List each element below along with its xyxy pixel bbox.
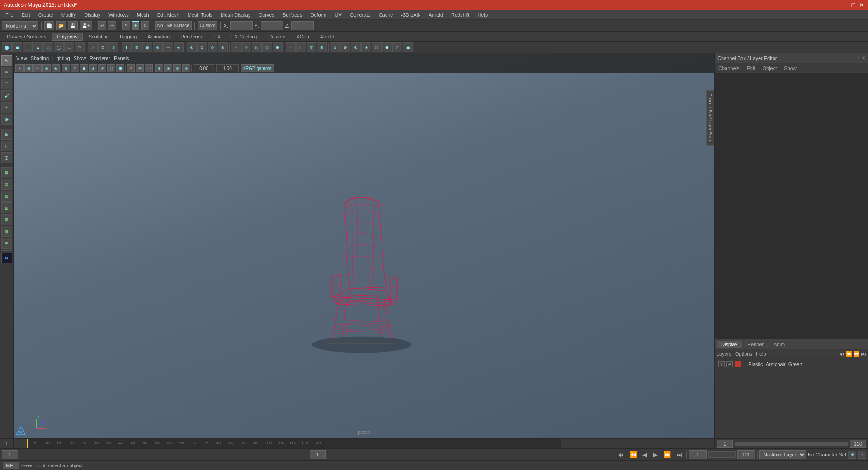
cb-expand-btn[interactable]: + [857, 56, 860, 61]
maximize-btn[interactable]: □ [852, 1, 855, 9]
timeline-mini-bar[interactable] [735, 442, 848, 446]
uv7-icon[interactable]: ◻ [392, 42, 402, 52]
smooth-icon[interactable]: ≈ [231, 42, 241, 52]
cone-icon[interactable]: ▲ [33, 42, 43, 52]
cut-tool-btn[interactable]: ✂ [1, 102, 12, 113]
vp-solid-icon[interactable]: ◼ [80, 64, 88, 72]
layout-1[interactable]: ▦ [1, 167, 12, 178]
save-btn[interactable]: 💾 [68, 21, 78, 30]
timeline-cursor[interactable] [27, 439, 28, 448]
menu-generate[interactable]: Generate [346, 11, 374, 19]
float-value-2[interactable] [216, 64, 239, 72]
view-tool-2[interactable]: ⊟ [1, 141, 12, 151]
z-input[interactable] [291, 21, 314, 30]
pb-step-back[interactable]: ⏪ [627, 450, 639, 459]
tab-sculpting[interactable]: Sculpting [84, 33, 114, 41]
cylinder-icon[interactable]: ⬛ [23, 42, 33, 52]
vertical-tab[interactable]: Channel Box / Layer Editor [706, 90, 714, 146]
menu-mesh[interactable]: Mesh [133, 11, 153, 19]
anim-layer-dropdown[interactable]: No Anim Layer [760, 450, 806, 459]
vp-renderer-menu[interactable]: Renderer [90, 56, 110, 61]
vp-icon-b[interactable]: ◎ [136, 64, 144, 72]
vp-panels-menu[interactable]: Panels [114, 56, 129, 61]
menu-edit[interactable]: Edit [18, 11, 34, 19]
pb-skip-end[interactable]: ⏭ [675, 450, 684, 459]
redo-btn[interactable]: ↪ [108, 21, 116, 30]
menu-mesh-display[interactable]: Mesh Display [217, 11, 254, 19]
uv4-icon[interactable]: ◈ [361, 42, 371, 52]
torus-icon[interactable]: ◯ [54, 42, 64, 52]
menu-modify[interactable]: Modify [58, 11, 80, 19]
vp-smooth-icon[interactable]: ◈ [89, 64, 97, 72]
tab-polygons[interactable]: Polygons [52, 33, 82, 41]
rotate-btn[interactable]: ↻ [141, 21, 149, 30]
timeline-range-end[interactable] [850, 440, 866, 448]
vp-icon-d[interactable]: ⊕ [155, 64, 163, 72]
separate-icon[interactable]: ⊘ [197, 42, 207, 52]
menu-deform[interactable]: Deform [307, 11, 330, 19]
menu-cache[interactable]: Cache [375, 11, 397, 19]
tab-fx[interactable]: FX [209, 33, 226, 41]
cube-icon[interactable]: ◼ [12, 42, 22, 52]
timeline-ruler[interactable]: 5 10 15 20 25 30 35 40 45 50 55 60 65 70… [27, 439, 561, 448]
new-scene-btn[interactable]: 📄 [44, 21, 54, 30]
bevel-icon[interactable]: ◈ [174, 42, 184, 52]
tab-animation[interactable]: Animation [142, 33, 175, 41]
vp-icon-f[interactable]: ⊘ [173, 64, 181, 72]
disc-icon[interactable]: ⬭ [75, 42, 85, 52]
cb-close-btn[interactable]: ✕ [862, 56, 865, 61]
d-tab-render[interactable]: Render [743, 341, 768, 348]
x-input[interactable] [230, 21, 253, 30]
uv8-icon[interactable]: ◼ [403, 42, 413, 52]
dp-btn-3[interactable]: ⏩ [853, 351, 860, 357]
sphere-icon[interactable]: ⬤ [2, 42, 12, 52]
extrude-icon[interactable]: ⬆ [122, 42, 132, 52]
plane-icon[interactable]: ▭ [64, 42, 74, 52]
menu-windows[interactable]: Windows [105, 11, 132, 19]
uv-icon[interactable]: U [330, 42, 340, 52]
duplicate-icon[interactable]: ⊢ [296, 42, 306, 52]
custom-btn[interactable]: Custom [198, 21, 217, 30]
pb-end-range[interactable] [737, 450, 755, 459]
d-tab-display[interactable]: Display [717, 341, 742, 348]
vp-view-menu[interactable]: View [16, 56, 27, 61]
lasso-tool-btn[interactable]: ⌒ [1, 79, 12, 89]
vp-grid-icon[interactable]: ⊞ [62, 64, 70, 72]
menu-file[interactable]: File [2, 11, 17, 19]
viewport[interactable]: View Shading Lighting Show Renderer Pane… [14, 53, 714, 438]
vp-show-menu[interactable]: Show [74, 56, 86, 61]
cut-icon[interactable]: ✂ [163, 42, 173, 52]
layout-6[interactable]: ▩ [1, 226, 12, 237]
vp-icon-4[interactable]: ◉ [42, 64, 51, 72]
vp-tex-icon[interactable]: ⬡ [107, 64, 115, 72]
minimize-btn[interactable]: ─ [844, 1, 848, 9]
tab-rendering[interactable]: Rendering [175, 33, 208, 41]
pb-range-bar[interactable] [708, 451, 736, 458]
xray-icon[interactable]: ◫ [307, 42, 316, 52]
remesh-icon[interactable]: ⬡ [262, 42, 272, 52]
pb-play-back[interactable]: ◀ [641, 450, 649, 459]
view-tool-3[interactable]: ◫ [1, 152, 12, 163]
save-as-btn[interactable]: 💾+ [80, 21, 92, 30]
fill-icon[interactable]: ▣ [142, 42, 152, 52]
d-tab-anim[interactable]: Anim [769, 341, 789, 348]
dp-btn-4[interactable]: ⏭ [861, 351, 866, 357]
ds-tab-options[interactable]: Options [735, 351, 752, 357]
vertex-tool-btn[interactable]: ◉ [1, 114, 12, 125]
layout-5[interactable]: ▨ [1, 214, 12, 225]
maya-btn[interactable]: M [1, 253, 12, 263]
gamma-selector[interactable]: sRGB gamma [241, 64, 274, 72]
tab-arnold[interactable]: Arnold [315, 33, 340, 41]
vp-icon-5[interactable]: ◈ [52, 64, 60, 72]
layout-2[interactable]: ▤ [1, 179, 12, 190]
menu-surfaces[interactable]: Surfaces [279, 11, 306, 19]
view-tool-1[interactable]: ⊞ [1, 129, 12, 140]
undo-btn[interactable]: ↩ [98, 21, 106, 30]
window-controls[interactable]: ─ □ ✕ [844, 1, 864, 9]
layer-visibility-btn[interactable]: V [718, 361, 725, 367]
layout-3[interactable]: ▥ [1, 191, 12, 202]
menu-create[interactable]: Create [35, 11, 57, 19]
move-btn[interactable]: + [132, 21, 139, 30]
menu-uv[interactable]: UV [331, 11, 345, 19]
ring-icon[interactable]: ○ [88, 42, 98, 52]
